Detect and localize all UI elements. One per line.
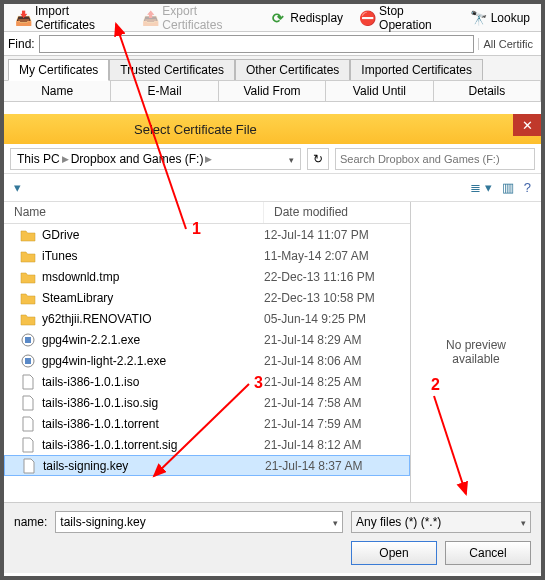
- tab-my-certificates[interactable]: My Certificates: [8, 59, 109, 81]
- close-icon: ✕: [522, 118, 533, 133]
- find-filter-label[interactable]: All Certific: [478, 38, 537, 50]
- refresh-button[interactable]: ↻: [307, 148, 329, 170]
- folder-icon: [20, 269, 36, 285]
- file-name: SteamLibrary: [42, 291, 264, 305]
- organize-button[interactable]: ▾: [14, 180, 21, 195]
- file-icon: [20, 353, 36, 369]
- file-name: tails-i386-1.0.1.torrent: [42, 417, 264, 431]
- lookup-label: Lookup: [491, 11, 530, 25]
- chevron-right-icon: ▶: [62, 154, 69, 164]
- file-date: 22-Dec-13 11:16 PM: [264, 270, 410, 284]
- file-name: iTunes: [42, 249, 264, 263]
- close-button[interactable]: ✕: [513, 114, 541, 136]
- redisplay-label: Redisplay: [290, 11, 343, 25]
- chevron-down-icon[interactable]: [521, 515, 526, 529]
- export-icon: 📤: [142, 10, 158, 26]
- file-date: 05-Jun-14 9:25 PM: [264, 312, 410, 326]
- open-button[interactable]: Open: [351, 541, 437, 565]
- address-bar: This PC ▶ Dropbox and Games (F:) ▶ ↻: [4, 144, 541, 174]
- import-certificates-button[interactable]: 📥 Import Certificates: [8, 1, 133, 35]
- file-icon: [20, 374, 36, 390]
- cancel-button[interactable]: Cancel: [445, 541, 531, 565]
- preview-pane-button[interactable]: ▥: [502, 180, 514, 195]
- file-date: 12-Jul-14 11:07 PM: [264, 228, 410, 242]
- file-row[interactable]: tails-i386-1.0.1.iso.sig21-Jul-14 7:58 A…: [4, 392, 410, 413]
- view-mode-button[interactable]: ≣ ▾: [470, 180, 492, 195]
- filename-value: tails-signing.key: [60, 515, 145, 529]
- file-row[interactable]: tails-i386-1.0.1.torrent21-Jul-14 7:59 A…: [4, 413, 410, 434]
- file-name: GDrive: [42, 228, 264, 242]
- find-input[interactable]: [39, 35, 475, 53]
- cert-tabs: My Certificates Trusted Certificates Oth…: [4, 56, 541, 80]
- dialog-main: Name Date modified GDrive12-Jul-14 11:07…: [4, 202, 541, 502]
- file-row[interactable]: iTunes11-May-14 2:07 AM: [4, 245, 410, 266]
- file-name: gpg4win-light-2.2.1.exe: [42, 354, 264, 368]
- folder-icon: [20, 227, 36, 243]
- file-list: Name Date modified GDrive12-Jul-14 11:07…: [4, 202, 411, 502]
- import-label: Import Certificates: [35, 4, 126, 32]
- breadcrumb[interactable]: This PC ▶ Dropbox and Games (F:) ▶: [10, 148, 301, 170]
- file-row[interactable]: msdownld.tmp22-Dec-13 11:16 PM: [4, 266, 410, 287]
- chevron-right-icon: ▶: [205, 154, 212, 164]
- export-label: Export Certificates: [162, 4, 254, 32]
- col-date-modified[interactable]: Date modified: [264, 202, 410, 223]
- file-row[interactable]: gpg4win-2.2.1.exe21-Jul-14 8:29 AM: [4, 329, 410, 350]
- help-button[interactable]: ?: [524, 180, 531, 195]
- main-toolbar: 📥 Import Certificates 📤 Export Certifica…: [4, 4, 541, 32]
- chevron-down-icon[interactable]: [289, 152, 294, 166]
- breadcrumb-drive[interactable]: Dropbox and Games (F:): [71, 152, 204, 166]
- folder-icon: [20, 290, 36, 306]
- file-row[interactable]: tails-i386-1.0.1.torrent.sig21-Jul-14 8:…: [4, 434, 410, 455]
- file-name: tails-i386-1.0.1.torrent.sig: [42, 438, 264, 452]
- file-date: 21-Jul-14 7:59 AM: [264, 417, 410, 431]
- file-list-header: Name Date modified: [4, 202, 410, 224]
- col-file-name[interactable]: Name: [4, 202, 264, 223]
- refresh-icon: ⟳: [270, 10, 286, 26]
- stop-operation-button[interactable]: ⛔ Stop Operation: [352, 1, 462, 35]
- filename-label: name:: [14, 515, 47, 529]
- file-dialog: Select Certificate File ✕ This PC ▶ Drop…: [4, 114, 541, 576]
- tab-other-certificates[interactable]: Other Certificates: [235, 59, 350, 80]
- search-input[interactable]: [335, 148, 535, 170]
- col-valid-from[interactable]: Valid From: [219, 81, 326, 101]
- file-row[interactable]: gpg4win-light-2.2.1.exe21-Jul-14 8:06 AM: [4, 350, 410, 371]
- file-row[interactable]: tails-i386-1.0.1.iso21-Jul-14 8:25 AM: [4, 371, 410, 392]
- lookup-button[interactable]: 🔭 Lookup: [464, 7, 537, 29]
- file-name: gpg4win-2.2.1.exe: [42, 333, 264, 347]
- file-icon: [20, 395, 36, 411]
- file-date: 21-Jul-14 7:58 AM: [264, 396, 410, 410]
- file-name: tails-signing.key: [43, 459, 265, 473]
- file-rows[interactable]: GDrive12-Jul-14 11:07 PMiTunes11-May-14 …: [4, 224, 410, 502]
- preview-text: No preview available: [421, 338, 531, 366]
- file-row[interactable]: y62thjii.RENOVATIO05-Jun-14 9:25 PM: [4, 308, 410, 329]
- filetype-filter[interactable]: Any files (*) (*.*): [351, 511, 531, 533]
- file-date: 21-Jul-14 8:25 AM: [264, 375, 410, 389]
- breadcrumb-this-pc[interactable]: This PC: [17, 152, 60, 166]
- col-valid-until[interactable]: Valid Until: [326, 81, 433, 101]
- import-icon: 📥: [15, 10, 31, 26]
- file-row[interactable]: GDrive12-Jul-14 11:07 PM: [4, 224, 410, 245]
- redisplay-button[interactable]: ⟳ Redisplay: [263, 7, 350, 29]
- file-name: msdownld.tmp: [42, 270, 264, 284]
- preview-pane: No preview available: [411, 202, 541, 502]
- dialog-titlebar[interactable]: Select Certificate File ✕: [4, 114, 541, 144]
- file-date: 21-Jul-14 8:37 AM: [265, 459, 409, 473]
- file-date: 11-May-14 2:07 AM: [264, 249, 410, 263]
- file-date: 21-Jul-14 8:29 AM: [264, 333, 410, 347]
- filename-input[interactable]: tails-signing.key: [55, 511, 343, 533]
- file-row[interactable]: SteamLibrary22-Dec-13 10:58 PM: [4, 287, 410, 308]
- folder-icon: [20, 311, 36, 327]
- tab-imported-certificates[interactable]: Imported Certificates: [350, 59, 483, 80]
- chevron-down-icon[interactable]: [333, 515, 338, 529]
- stop-icon: ⛔: [359, 10, 375, 26]
- file-icon: [21, 458, 37, 474]
- file-row[interactable]: tails-signing.key21-Jul-14 8:37 AM: [4, 455, 410, 476]
- col-name[interactable]: Name: [4, 81, 111, 101]
- col-email[interactable]: E-Mail: [111, 81, 218, 101]
- tab-trusted-certificates[interactable]: Trusted Certificates: [109, 59, 235, 80]
- export-certificates-button[interactable]: 📤 Export Certificates: [135, 1, 261, 35]
- col-details[interactable]: Details: [434, 81, 541, 101]
- file-date: 22-Dec-13 10:58 PM: [264, 291, 410, 305]
- binoculars-icon: 🔭: [471, 10, 487, 26]
- file-name: tails-i386-1.0.1.iso: [42, 375, 264, 389]
